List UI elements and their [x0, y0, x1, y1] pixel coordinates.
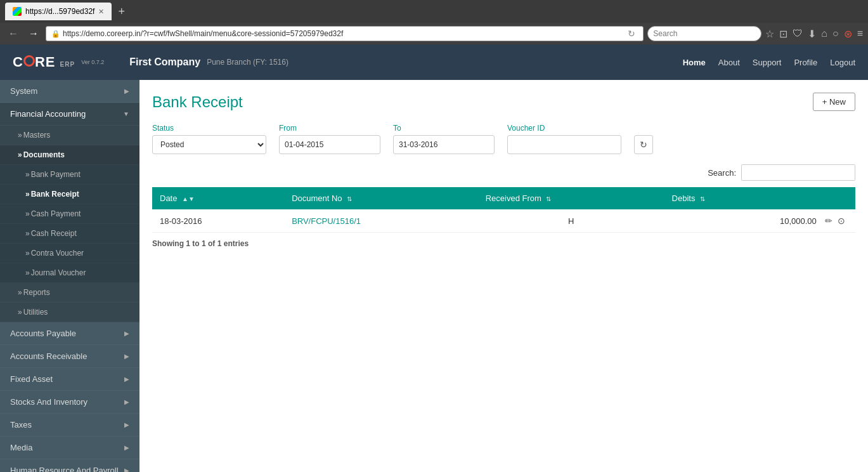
nav-home[interactable]: Home	[683, 58, 706, 67]
sidebar-label-system: System	[10, 86, 37, 96]
label-journal-voucher: Journal Voucher	[31, 268, 86, 277]
col-debits[interactable]: Debits ⇅	[664, 187, 855, 209]
main-layout: System ▶ Financial Accounting ▼ Masters …	[0, 80, 868, 472]
cell-received-from: H	[478, 209, 664, 233]
sidebar-item-financial-accounting[interactable]: Financial Accounting ▼	[0, 103, 139, 126]
address-input[interactable]: 🔒 https://demo.coreerp.in/?r=cwf/fwShell…	[46, 26, 644, 41]
sidebar-item-hr-payroll[interactable]: Human Resource And Payroll ▶	[0, 459, 139, 472]
sidebar-item-system[interactable]: System ▶	[0, 80, 139, 103]
filter-from-label: From	[279, 124, 380, 133]
tab-close-button[interactable]: ✕	[98, 8, 104, 16]
sidebar-item-fixed-asset[interactable]: Fixed Asset ▶	[0, 368, 139, 391]
sidebar-item-contra-voucher[interactable]: Contra Voucher	[0, 244, 139, 263]
main-content: Bank Receipt + New Status Posted All Dra…	[139, 80, 868, 472]
sidebar-label-fixed-asset: Fixed Asset	[10, 374, 53, 384]
sidebar-item-bank-receipt[interactable]: Bank Receipt	[0, 185, 139, 204]
new-button[interactable]: + New	[813, 93, 855, 111]
sidebar-label-hr-payroll: Human Resource And Payroll	[10, 466, 119, 472]
download-icon[interactable]: ⬇	[808, 28, 816, 40]
nav-logout[interactable]: Logout	[830, 58, 855, 67]
nav-support[interactable]: Support	[753, 58, 782, 67]
refresh-button[interactable]: ↻	[634, 135, 653, 154]
chat-icon[interactable]: ○	[832, 28, 839, 39]
filter-to-group: To	[393, 124, 495, 154]
sidebar-item-stocks-inventory[interactable]: Stocks And Inventory ▶	[0, 391, 139, 414]
search-input[interactable]	[741, 164, 855, 181]
filter-status-group: Status Posted All Draft Cancelled	[152, 124, 266, 154]
sidebar-item-journal-voucher[interactable]: Journal Voucher	[0, 263, 139, 283]
edit-icon[interactable]: ✏	[825, 216, 832, 226]
security-icon[interactable]: ⊛	[844, 28, 852, 40]
chevron-down-icon: ▼	[123, 110, 129, 117]
documents-sub-submenu: Bank Payment Bank Receipt Cash Payment C…	[0, 165, 139, 283]
nav-about[interactable]: About	[718, 58, 740, 67]
chevron-right-icon-si: ▶	[124, 398, 129, 405]
filter-row: Status Posted All Draft Cancelled From T…	[152, 124, 855, 154]
tab-favicon	[13, 7, 22, 16]
sidebar-item-media[interactable]: Media ▶	[0, 436, 139, 459]
page-title: Bank Receipt	[152, 93, 243, 111]
sidebar-item-taxes[interactable]: Taxes ▶	[0, 414, 139, 436]
cell-document-no[interactable]: BRV/FCPU/1516/1	[284, 209, 478, 233]
filter-from-input[interactable]	[279, 135, 380, 154]
logo-circle	[23, 55, 35, 67]
nav-profile[interactable]: Profile	[794, 58, 817, 67]
star-icon[interactable]: ☆	[765, 28, 774, 40]
sidebar: System ▶ Financial Accounting ▼ Masters …	[0, 80, 139, 472]
chevron-right-icon-ap: ▶	[124, 330, 129, 337]
showing-count: Showing 1 to 1 of 1 entries	[152, 239, 249, 248]
filter-to-label: To	[393, 124, 495, 133]
shield-icon[interactable]: 🛡	[793, 28, 803, 39]
forward-button[interactable]: →	[25, 27, 42, 41]
clock-icon[interactable]: ⊙	[838, 216, 845, 226]
sidebar-label-stocks-inventory: Stocks And Inventory	[10, 397, 87, 407]
toolbar-icons: ☆ ⊡ 🛡 ⬇ ⌂ ○ ⊛ ≡	[765, 28, 863, 40]
menu-icon[interactable]: ≡	[857, 28, 863, 39]
home-icon[interactable]: ⌂	[821, 28, 827, 39]
logo: CRE ERP Ver 0.7.2	[13, 54, 104, 70]
col-document-no[interactable]: Document No ⇅	[284, 187, 478, 209]
filter-to-input[interactable]	[393, 135, 495, 154]
address-bar-row: ← → 🔒 https://demo.coreerp.in/?r=cwf/fwS…	[0, 23, 868, 44]
page-header: Bank Receipt + New	[152, 93, 855, 111]
reader-icon[interactable]: ⊡	[779, 28, 787, 40]
sidebar-submenu-documents[interactable]: Documents	[0, 145, 139, 165]
sidebar-item-accounts-receivable[interactable]: Accounts Receivable ▶	[0, 345, 139, 368]
sidebar-submenu-utilities[interactable]: Utilities	[0, 303, 139, 322]
company-name: First Company	[129, 56, 200, 68]
submenu-label-reports: Reports	[23, 288, 50, 297]
new-tab-button[interactable]: +	[115, 5, 127, 18]
logo-text: CRE ERP	[13, 54, 75, 70]
chevron-right-icon-ar: ▶	[124, 353, 129, 360]
reload-button[interactable]: ↻	[625, 29, 638, 39]
sidebar-label-media: Media	[10, 443, 32, 452]
sidebar-item-bank-payment[interactable]: Bank Payment	[0, 165, 139, 185]
back-button[interactable]: ←	[5, 27, 22, 41]
data-table: Date ▲▼ Document No ⇅ Received From ⇅ De…	[152, 187, 855, 233]
sidebar-label-taxes: Taxes	[10, 420, 32, 429]
browser-tab[interactable]: https://d...5979ed32f ✕	[5, 3, 112, 20]
sidebar-item-accounts-payable[interactable]: Accounts Payable ▶	[0, 322, 139, 345]
filter-voucher-input[interactable]	[507, 135, 621, 154]
filter-voucher-label: Voucher ID	[507, 124, 621, 133]
table-row: 18-03-2016 BRV/FCPU/1516/1 H 10,000.00 ✏…	[152, 209, 855, 233]
filter-voucher-group: Voucher ID	[507, 124, 621, 154]
label-bank-payment: Bank Payment	[31, 170, 81, 179]
chevron-right-icon-fa: ▶	[124, 376, 129, 383]
label-bank-receipt: Bank Receipt	[31, 190, 79, 199]
sidebar-submenu-reports[interactable]: Reports	[0, 283, 139, 303]
address-text: https://demo.coreerp.in/?r=cwf/fwShell/m…	[63, 29, 625, 38]
showing-text: Showing 1 to 1 of 1 entries	[152, 239, 855, 248]
filter-status-select[interactable]: Posted All Draft Cancelled	[152, 135, 266, 154]
sidebar-item-cash-receipt[interactable]: Cash Receipt	[0, 224, 139, 244]
filter-status-label: Status	[152, 124, 266, 133]
sidebar-label-accounts-payable: Accounts Payable	[10, 329, 76, 338]
sidebar-submenu-financial: Masters Documents Bank Payment Bank Rece…	[0, 126, 139, 322]
sort-docno-icon: ⇅	[347, 195, 352, 202]
sidebar-submenu-masters[interactable]: Masters	[0, 126, 139, 145]
col-received-from[interactable]: Received From ⇅	[478, 187, 664, 209]
col-date[interactable]: Date ▲▼	[152, 187, 284, 209]
sort-date-icon: ▲▼	[182, 195, 195, 202]
sidebar-item-cash-payment[interactable]: Cash Payment	[0, 204, 139, 224]
browser-search-input[interactable]	[647, 26, 761, 41]
